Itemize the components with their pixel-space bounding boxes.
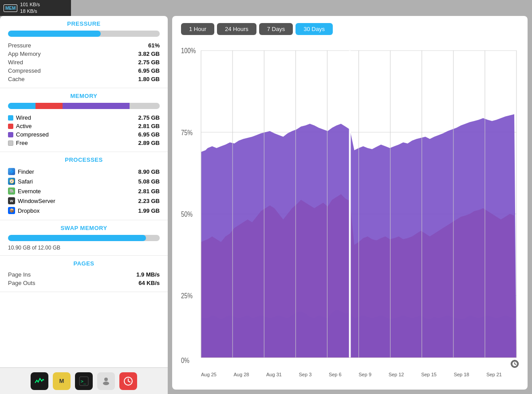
- pages-section: PAGES Page Ins 1.9 MB/s Page Outs 64 KB/…: [0, 256, 168, 292]
- chart-container: 100% 75% 50% 25% 0%: [181, 42, 519, 369]
- btn-30days[interactable]: 30 Days: [296, 23, 333, 35]
- pressure-label-1: App Memory: [8, 51, 41, 57]
- swap-bar-fill: [8, 235, 146, 241]
- pressure-row-1: App Memory 3.82 GB: [8, 50, 160, 58]
- legend-row-wired: Wired 2.75 GB: [8, 113, 160, 122]
- swap-label: 10.90 GB of 12.00 GB: [8, 245, 160, 251]
- process-name-dropbox: Dropbox: [18, 207, 39, 214]
- pages-title: PAGES: [8, 260, 160, 267]
- x-label-sep21: Sep 21: [486, 372, 502, 377]
- pressure-row-0: Pressure 61%: [8, 41, 160, 50]
- x-label-aug31: Aug 31: [266, 372, 282, 377]
- pressure-label-3: Compressed: [8, 67, 41, 74]
- clock-icon[interactable]: [511, 360, 519, 368]
- pressure-row-2: Wired 2.75 GB: [8, 58, 160, 66]
- pressure-value-2: 2.75 GB: [138, 59, 160, 66]
- stat-upload: 101 KB/s: [20, 1, 40, 8]
- finder-icon: 🔷: [8, 168, 15, 175]
- menu-bar-stats: 101 KB/s 18 KB/s: [20, 1, 40, 15]
- pressure-section: PRESSURE Pressure 61% App Memory 3.82 GB…: [0, 16, 168, 88]
- process-evernote: 🐘 Evernote 2.81 GB: [8, 186, 160, 196]
- svg-text:>_: >_: [81, 379, 87, 384]
- legend-row-active: Active 2.81 GB: [8, 122, 160, 130]
- legend-row-free: Free 2.89 GB: [8, 139, 160, 147]
- mem-icon: MEM: [4, 4, 17, 12]
- mem-free-bar: [130, 103, 160, 109]
- x-label-sep3: Sep 3: [299, 372, 312, 377]
- menu-bar: MEM 101 KB/s 18 KB/s: [0, 0, 71, 16]
- dot-wired: [8, 115, 13, 121]
- pages-label-ins: Page Ins: [8, 271, 31, 278]
- dock-terminal[interactable]: >_: [75, 372, 93, 390]
- left-panel: PRESSURE Pressure 61% App Memory 3.82 GB…: [0, 16, 168, 394]
- processes-section: PROCESSES 🔷 Finder 8.90 GB 🧭 Safari 5.08…: [0, 152, 168, 220]
- mem-active-bar: [35, 103, 63, 109]
- legend-value-wired: 2.75 GB: [138, 114, 160, 121]
- x-label-aug28: Aug 28: [234, 372, 249, 377]
- mem-compressed-bar: [63, 103, 129, 109]
- x-label-sep6: Sep 6: [329, 372, 342, 377]
- windowserver-icon: W: [8, 197, 15, 204]
- legend-value-free: 2.89 GB: [138, 140, 160, 146]
- pressure-row-3: Compressed 6.95 GB: [8, 66, 160, 75]
- pages-label-outs: Page Outs: [8, 280, 35, 286]
- dock-system-info[interactable]: [97, 372, 115, 390]
- legend-label-free: Free: [16, 140, 28, 146]
- process-name-evernote: Evernote: [18, 188, 41, 195]
- memory-title: MEMORY: [8, 93, 160, 99]
- pressure-label-0: Pressure: [8, 42, 31, 49]
- swap-bar-container: [8, 235, 160, 241]
- svg-text:50%: 50%: [181, 210, 193, 218]
- dot-compressed: [8, 132, 13, 137]
- memory-chart: 100% 75% 50% 25% 0%: [181, 42, 519, 369]
- pressure-label-4: Cache: [8, 76, 25, 82]
- pages-value-ins: 1.9 MB/s: [136, 271, 160, 278]
- swap-section: SWAP MEMORY 10.90 GB of 12.00 GB: [0, 220, 168, 256]
- process-value-evernote: 2.81 GB: [138, 188, 160, 195]
- pressure-bar-fill: [8, 31, 101, 37]
- safari-icon: 🧭: [8, 178, 15, 185]
- x-label-sep12: Sep 12: [389, 372, 404, 377]
- legend-label-wired: Wired: [16, 114, 31, 121]
- btn-24hours[interactable]: 24 Hours: [217, 23, 256, 35]
- pressure-value-0: 61%: [148, 42, 160, 49]
- x-label-sep18: Sep 18: [454, 372, 469, 377]
- dock-marker[interactable]: M: [53, 372, 71, 390]
- process-dropbox: 📦 Dropbox 1.99 GB: [8, 206, 160, 215]
- mem-icon-text: MEM: [5, 6, 16, 11]
- mem-wired-bar: [8, 103, 35, 109]
- svg-point-2: [104, 378, 108, 381]
- process-value-finder: 8.90 GB: [138, 168, 160, 175]
- stat-download: 18 KB/s: [20, 8, 40, 15]
- pressure-label-2: Wired: [8, 59, 23, 66]
- processes-title: PROCESSES: [8, 156, 160, 163]
- dot-free: [8, 140, 13, 146]
- legend-label-active: Active: [16, 123, 32, 129]
- svg-text:100%: 100%: [181, 47, 196, 55]
- process-value-dropbox: 1.99 GB: [138, 207, 160, 214]
- svg-line-32: [515, 364, 516, 365]
- process-finder: 🔷 Finder 8.90 GB: [8, 167, 160, 176]
- process-name-windowserver: WindowServer: [18, 198, 55, 204]
- process-windowserver: W WindowServer 2.23 GB: [8, 196, 160, 206]
- memory-section: MEMORY Wired 2.75 GB Active 2.81 GB Com: [0, 88, 168, 152]
- time-buttons: 1 Hour 24 Hours 7 Days 30 Days: [181, 23, 519, 35]
- legend-label-compressed: Compressed: [16, 131, 49, 138]
- pressure-title: PRESSURE: [8, 20, 160, 27]
- svg-point-3: [103, 382, 109, 385]
- btn-7days[interactable]: 7 Days: [259, 23, 293, 35]
- btn-1hour[interactable]: 1 Hour: [181, 23, 214, 35]
- pages-row-outs: Page Outs 64 KB/s: [8, 279, 160, 287]
- x-label-sep9: Sep 9: [359, 372, 371, 377]
- svg-text:75%: 75%: [181, 129, 193, 137]
- legend-value-compressed: 6.95 GB: [138, 131, 160, 138]
- pressure-row-4: Cache 1.80 GB: [8, 75, 160, 83]
- pages-row-ins: Page Ins 1.9 MB/s: [8, 270, 160, 279]
- pressure-bar-container: [8, 31, 160, 37]
- dock-activity-monitor[interactable]: [31, 372, 48, 390]
- svg-text:0%: 0%: [181, 357, 189, 365]
- x-axis-labels: Aug 25 Aug 28 Aug 31 Sep 3 Sep 6 Sep 9 S…: [181, 370, 519, 377]
- process-value-safari: 5.08 GB: [138, 178, 160, 185]
- process-name-safari: Safari: [18, 178, 33, 185]
- dock-disk-diag[interactable]: [119, 372, 137, 390]
